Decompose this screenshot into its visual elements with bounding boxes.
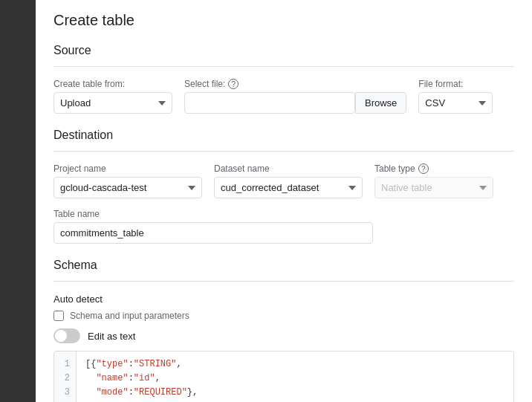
- table-type-help-icon[interactable]: ?: [418, 163, 429, 174]
- left-sidebar: [0, 0, 36, 402]
- line-number-1: 1: [60, 357, 70, 372]
- select-file-label: Select file: ?: [184, 79, 406, 89]
- dataset-name-group: Dataset name cud_corrected_dataset: [214, 163, 363, 198]
- destination-section: Destination Project name gcloud-cascada-…: [53, 129, 514, 244]
- schema-section-title: Schema: [53, 259, 514, 272]
- toggle-slider: [53, 328, 80, 343]
- schema-section: Schema Auto detect Schema and input para…: [53, 259, 514, 402]
- destination-form-row-2: Table name: [53, 209, 514, 244]
- dataset-name-label: Dataset name: [214, 163, 363, 174]
- source-section-title: Source: [53, 44, 514, 57]
- file-format-label: File format:: [418, 79, 493, 89]
- schema-input-params-checkbox[interactable]: [53, 311, 64, 321]
- code-lines-container: 1 2 3 [{"type":"STRING", "name":"id", "m…: [54, 351, 513, 402]
- dataset-name-select[interactable]: cud_corrected_dataset: [214, 177, 363, 198]
- create-table-from-group: Create table from: Upload: [53, 79, 172, 114]
- schema-code-editor[interactable]: 1 2 3 [{"type":"STRING", "name":"id", "m…: [53, 351, 514, 402]
- project-name-label: Project name: [53, 163, 202, 174]
- line-number-3: 3: [60, 386, 70, 400]
- select-file-group: Select file: ? Browse: [184, 79, 406, 114]
- file-format-group: File format: CSV: [418, 79, 493, 114]
- main-content: Create table Source Create table from: U…: [36, 0, 532, 402]
- destination-section-title: Destination: [53, 129, 514, 142]
- line-numbers: 1 2 3: [54, 351, 77, 402]
- page-title: Create table: [53, 12, 514, 29]
- file-format-select[interactable]: CSV: [418, 92, 493, 114]
- project-name-select[interactable]: gcloud-cascada-test: [53, 177, 202, 198]
- browse-button[interactable]: Browse: [355, 92, 406, 114]
- edit-as-text-toggle[interactable]: [53, 328, 80, 343]
- edit-as-text-label: Edit as text: [88, 331, 135, 342]
- create-table-from-label: Create table from:: [53, 79, 172, 89]
- table-type-group: Table type ? Native table: [374, 163, 493, 198]
- code-line-1: [{"type":"STRING",: [85, 357, 505, 372]
- schema-input-params-label[interactable]: Schema and input parameters: [70, 311, 189, 321]
- file-input-group: Browse: [184, 92, 406, 114]
- edit-as-text-row: Edit as text: [53, 328, 514, 343]
- table-type-label: Table type ?: [374, 163, 493, 174]
- select-file-help-icon[interactable]: ?: [228, 79, 239, 89]
- table-name-input[interactable]: [53, 222, 373, 244]
- source-section: Source Create table from: Upload Select …: [53, 44, 514, 114]
- line-number-2: 2: [60, 372, 70, 386]
- table-name-group: Table name: [53, 209, 373, 244]
- file-path-input[interactable]: [184, 92, 355, 114]
- create-table-from-select[interactable]: Upload: [53, 92, 172, 114]
- code-line-3: "mode":"REQUIRED"},: [85, 386, 505, 400]
- table-name-label: Table name: [53, 209, 373, 219]
- table-type-select[interactable]: Native table: [374, 177, 493, 198]
- code-line-2: "name":"id",: [85, 372, 505, 386]
- source-form-row: Create table from: Upload Select file: ?…: [53, 79, 514, 114]
- auto-detect-label: Auto detect: [53, 294, 514, 305]
- destination-form-row-1: Project name gcloud-cascada-test Dataset…: [53, 163, 514, 198]
- project-name-group: Project name gcloud-cascada-test: [53, 163, 202, 198]
- schema-input-params-row: Schema and input parameters: [53, 311, 514, 321]
- code-content[interactable]: [{"type":"STRING", "name":"id", "mode":"…: [77, 351, 513, 402]
